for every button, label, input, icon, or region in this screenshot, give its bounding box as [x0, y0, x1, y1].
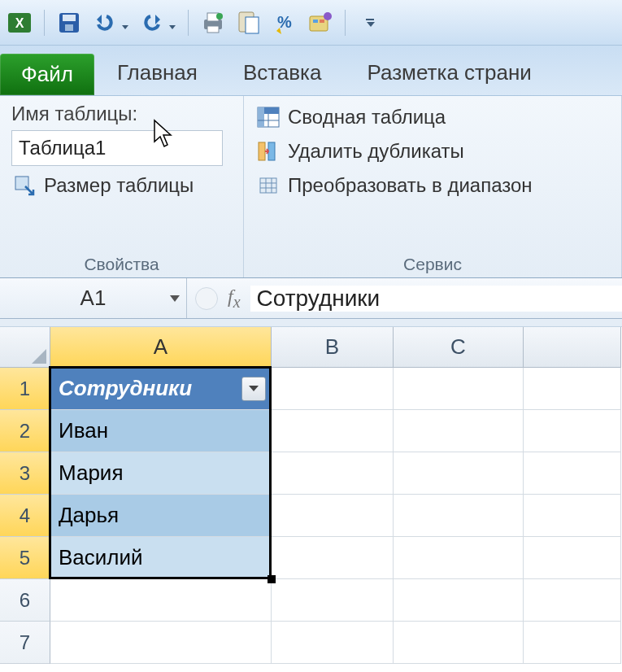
cell-A6[interactable]	[50, 579, 272, 622]
svg-rect-24	[260, 178, 276, 193]
cell-C7[interactable]	[394, 622, 524, 664]
svg-rect-19	[258, 107, 264, 127]
cell-C5[interactable]	[394, 537, 524, 579]
name-box[interactable]: A1	[0, 278, 187, 318]
resize-table-label: Размер таблицы	[44, 174, 194, 197]
cell-D4[interactable]	[524, 495, 621, 537]
remove-duplicates-label: Удалить дубликаты	[288, 140, 464, 163]
col-header-B[interactable]: B	[272, 327, 394, 368]
pivot-table-icon	[257, 106, 280, 129]
group-label-tools: Сервис	[255, 250, 610, 274]
col-header-C[interactable]: C	[394, 327, 524, 368]
cell-D7[interactable]	[524, 622, 621, 664]
convert-range-icon	[257, 174, 280, 197]
group-label-properties: Свойства	[11, 250, 232, 274]
save-icon[interactable]	[54, 8, 84, 37]
svg-rect-3	[63, 15, 76, 21]
resize-table-icon	[13, 174, 36, 197]
col-header-A[interactable]: A	[50, 327, 272, 368]
cell-D5[interactable]	[524, 537, 621, 579]
table-name-input[interactable]	[11, 130, 223, 166]
cell-C1[interactable]	[394, 368, 524, 410]
cell-D2[interactable]	[524, 410, 621, 452]
column-headers-row: A B C	[0, 327, 622, 368]
paste-icon[interactable]	[234, 8, 263, 37]
cell-B1[interactable]	[272, 368, 394, 410]
ribbon-group-properties: Имя таблицы: Размер таблицы Свойства	[0, 96, 244, 277]
quick-print-icon[interactable]	[198, 8, 228, 37]
row-header-2[interactable]: 2	[0, 410, 50, 452]
fx-icon[interactable]: fx	[228, 286, 241, 312]
cell-A2[interactable]: Иван	[50, 410, 272, 452]
cell-B7[interactable]	[272, 622, 394, 664]
ribbon-body: Имя таблицы: Размер таблицы Свойства Сво…	[0, 96, 622, 278]
svg-point-8	[216, 13, 223, 20]
convert-range-label: Преобразовать в диапазон	[288, 174, 533, 197]
cell-B6[interactable]	[272, 579, 394, 622]
formula-bar-row: A1 fx	[0, 278, 622, 319]
remove-duplicates-icon	[257, 140, 280, 163]
cells: Сотрудники Иван Мария Дарья Василий	[50, 368, 622, 664]
cell-B5[interactable]	[272, 537, 394, 579]
ribbon-group-tools: Сводная таблица Удалить дубликаты Преобр…	[244, 96, 622, 277]
cell-A7[interactable]	[50, 622, 272, 664]
svg-rect-7	[207, 26, 219, 33]
cell-C3[interactable]	[394, 452, 524, 495]
cell-D6[interactable]	[524, 579, 621, 622]
customize-qat-icon[interactable]	[355, 8, 385, 37]
cell-C6[interactable]	[394, 579, 524, 622]
svg-rect-13	[313, 20, 318, 23]
tab-page-layout[interactable]: Разметка страни	[345, 52, 555, 95]
resize-table-button[interactable]: Размер таблицы	[11, 171, 232, 200]
cell-B3[interactable]	[272, 452, 394, 495]
grid-area: 1 2 3 4 5 6 7 Сотрудники Иван Мария	[0, 368, 622, 664]
ribbon-tabs: Файл Главная Вставка Разметка страни	[0, 46, 622, 96]
cancel-formula-icon	[195, 287, 218, 310]
pivot-table-label: Сводная таблица	[288, 106, 446, 129]
tab-insert[interactable]: Вставка	[220, 52, 345, 95]
row-header-5[interactable]: 5	[0, 537, 50, 579]
convert-range-button[interactable]: Преобразовать в диапазон	[255, 171, 610, 200]
cell-C2[interactable]	[394, 410, 524, 452]
percent-style-icon[interactable]: %	[270, 8, 299, 37]
svg-rect-4	[65, 24, 73, 31]
row-header-4[interactable]: 4	[0, 495, 50, 537]
cell-B4[interactable]	[272, 495, 394, 537]
cell-B2[interactable]	[272, 410, 394, 452]
table-header-label: Сотрудники	[59, 376, 192, 401]
tab-file[interactable]: Файл	[0, 54, 94, 95]
tab-home[interactable]: Главная	[94, 52, 220, 95]
formula-input[interactable]	[250, 286, 622, 312]
pivot-table-button[interactable]: Сводная таблица	[255, 103, 610, 132]
select-all-corner[interactable]	[0, 327, 50, 368]
row-header-3[interactable]: 3	[0, 452, 50, 495]
remove-duplicates-button[interactable]: Удалить дубликаты	[255, 137, 610, 166]
row-header-1[interactable]: 1	[0, 368, 50, 410]
name-box-value: A1	[80, 286, 107, 311]
svg-rect-14	[320, 20, 324, 23]
col-header-D[interactable]	[524, 327, 621, 368]
cell-D3[interactable]	[524, 452, 621, 495]
redo-button[interactable]	[137, 8, 178, 37]
svg-rect-10	[246, 17, 259, 33]
quick-access-toolbar: X %	[0, 0, 622, 46]
svg-point-15	[324, 12, 332, 20]
cell-C4[interactable]	[394, 495, 524, 537]
row-header-7[interactable]: 7	[0, 622, 50, 664]
chevron-down-icon	[170, 295, 180, 302]
filter-dropdown-button[interactable]	[241, 377, 266, 401]
svg-text:X: X	[15, 16, 24, 30]
undo-button[interactable]	[90, 8, 131, 37]
excel-icon[interactable]: X	[5, 8, 34, 37]
cell-A4[interactable]: Дарья	[50, 495, 272, 537]
cell-A3[interactable]: Мария	[50, 452, 272, 495]
cell-D1[interactable]	[524, 368, 621, 410]
row-header-6[interactable]: 6	[0, 579, 50, 622]
table-name-label: Имя таблицы:	[11, 103, 232, 125]
svg-rect-22	[259, 142, 265, 160]
tools-icon[interactable]	[306, 8, 335, 37]
cell-A5[interactable]: Василий	[50, 537, 272, 579]
cell-A1[interactable]: Сотрудники	[50, 368, 272, 410]
